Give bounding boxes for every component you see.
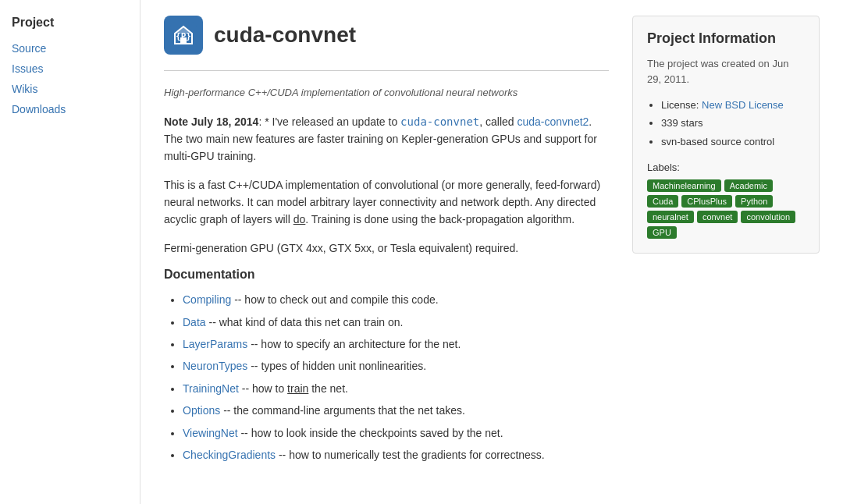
project-name: cuda-convnet xyxy=(214,23,356,48)
sidebar-item-source[interactable]: Source xyxy=(12,42,128,55)
label-academic: Academic xyxy=(724,179,773,192)
list-item: Options -- the command-line arguments th… xyxy=(183,402,609,419)
info-panel-created: The project was created on Jun 29, 2011. xyxy=(647,56,805,87)
sidebar-item-wikis[interactable]: Wikis xyxy=(12,83,128,95)
note-date: Note July 18, 2014 xyxy=(164,115,258,128)
label-machinelearning: Machinelearning xyxy=(647,179,721,192)
header-divider xyxy=(164,70,609,71)
labels-container: Machinelearning Academic Cuda CPlusPlus … xyxy=(647,179,805,239)
train-underline: train xyxy=(287,382,308,395)
label-gpu: GPU xyxy=(647,226,677,239)
list-item: CheckingGradients -- how to numerically … xyxy=(183,446,609,463)
sidebar-nav: Source Issues Wikis Downloads xyxy=(12,42,128,115)
cuda-convnet2-link[interactable]: cuda-convnet2 xyxy=(518,115,589,128)
body-paragraph-2: Fermi-generation GPU (GTX 4xx, GTX 5xx, … xyxy=(164,240,609,257)
body-paragraph-1: This is a fast C++/CUDA implementation o… xyxy=(164,176,609,229)
info-panel: Project Information The project was crea… xyxy=(632,16,820,254)
list-item: TrainingNet -- how to train the net. xyxy=(183,380,609,397)
label-cplusplus: CPlusPlus xyxy=(681,195,732,208)
note-text-1: : * I've released an update to xyxy=(258,115,400,128)
note-paragraph: Note July 18, 2014: * I've released an u… xyxy=(164,113,609,165)
do-underline: do xyxy=(293,213,306,225)
list-item-scm: svn-based source control xyxy=(661,133,805,151)
label-convolution: convolution xyxy=(741,211,795,223)
list-item: Data -- what kind of data this net can t… xyxy=(183,314,609,331)
labels-title: Labels: xyxy=(647,161,805,173)
content-area: {P} cuda-convnet High-performance C++/CU… xyxy=(164,16,609,488)
info-list: License: New BSD License 339 stars svn-b… xyxy=(647,96,805,151)
sidebar-item-downloads[interactable]: Downloads xyxy=(12,103,128,115)
label-convnet: convnet xyxy=(697,211,738,223)
doc-list: Compiling -- how to check out and compil… xyxy=(164,291,609,463)
cuda-convnet-link[interactable]: cuda-convnet xyxy=(400,115,479,128)
label-neuralnet: neuralnet xyxy=(647,211,694,223)
label-python: Python xyxy=(735,195,773,208)
docs-heading: Documentation xyxy=(164,268,609,282)
project-subtitle: High-performance C++/CUDA implementation… xyxy=(164,85,609,101)
house-icon: {P} xyxy=(170,22,197,48)
note-text-2: , called xyxy=(479,115,517,128)
list-item-license: License: New BSD License xyxy=(661,96,805,114)
list-item: Compiling -- how to check out and compil… xyxy=(183,291,609,308)
sidebar-item-issues[interactable]: Issues xyxy=(12,62,128,75)
main-content: {P} cuda-convnet High-performance C++/CU… xyxy=(140,0,843,504)
info-panel-title: Project Information xyxy=(647,30,805,47)
list-item: NeuronTypes -- types of hidden unit nonl… xyxy=(183,357,609,374)
project-header: {P} cuda-convnet xyxy=(164,16,609,55)
list-item: ViewingNet -- how to look inside the che… xyxy=(183,424,609,442)
svg-text:{P}: {P} xyxy=(176,31,191,41)
sidebar-title: Project xyxy=(12,16,128,30)
license-link[interactable]: New BSD License xyxy=(702,99,784,111)
label-cuda: Cuda xyxy=(647,195,678,208)
project-icon: {P} xyxy=(164,16,203,55)
list-item: LayerParams -- how to specify an archite… xyxy=(183,335,609,353)
sidebar: Project Source Issues Wikis Downloads xyxy=(0,0,140,504)
list-item-stars: 339 stars xyxy=(661,114,805,132)
